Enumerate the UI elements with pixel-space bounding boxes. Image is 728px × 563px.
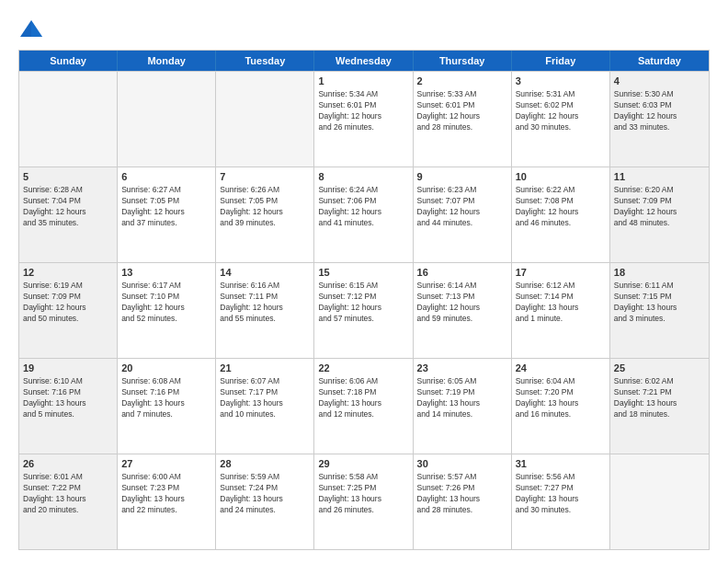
cell-day-number: 7 bbox=[220, 170, 310, 184]
cell-day-number: 23 bbox=[417, 362, 507, 375]
cell-day-number: 31 bbox=[516, 457, 606, 471]
cell-day-number: 4 bbox=[614, 75, 705, 88]
cell-info: Sunrise: 5:30 AM Sunset: 6:03 PM Dayligh… bbox=[614, 89, 705, 133]
cell-info: Sunrise: 6:27 AM Sunset: 7:05 PM Dayligh… bbox=[121, 185, 211, 229]
cell-info: Sunrise: 5:57 AM Sunset: 7:26 PM Dayligh… bbox=[417, 472, 507, 516]
header bbox=[18, 17, 710, 42]
calendar-cell: 7Sunrise: 6:26 AM Sunset: 7:05 PM Daylig… bbox=[216, 167, 314, 262]
cell-day-number: 15 bbox=[318, 266, 408, 280]
calendar-cell: 6Sunrise: 6:27 AM Sunset: 7:05 PM Daylig… bbox=[118, 167, 216, 262]
cell-info: Sunrise: 6:04 AM Sunset: 7:20 PM Dayligh… bbox=[516, 376, 606, 420]
cell-day-number: 25 bbox=[614, 362, 705, 375]
cell-day-number: 17 bbox=[516, 266, 606, 280]
cell-info: Sunrise: 6:28 AM Sunset: 7:04 PM Dayligh… bbox=[23, 185, 113, 229]
calendar-cell: 23Sunrise: 6:05 AM Sunset: 7:19 PM Dayli… bbox=[414, 359, 512, 454]
cell-day-number: 11 bbox=[614, 170, 705, 184]
calendar-header-cell: Tuesday bbox=[216, 51, 314, 71]
calendar-cell: 12Sunrise: 6:19 AM Sunset: 7:09 PM Dayli… bbox=[19, 263, 118, 358]
cell-day-number: 21 bbox=[220, 362, 310, 375]
calendar-cell: 2Sunrise: 5:33 AM Sunset: 6:01 PM Daylig… bbox=[414, 72, 512, 167]
calendar-header-cell: Saturday bbox=[610, 51, 709, 71]
cell-day-number: 30 bbox=[417, 457, 507, 471]
calendar-cell: 16Sunrise: 6:14 AM Sunset: 7:13 PM Dayli… bbox=[414, 263, 512, 358]
cell-day-number: 20 bbox=[121, 362, 211, 375]
cell-day-number: 5 bbox=[23, 170, 113, 184]
cell-info: Sunrise: 6:06 AM Sunset: 7:18 PM Dayligh… bbox=[318, 376, 408, 420]
calendar-cell: 27Sunrise: 6:00 AM Sunset: 7:23 PM Dayli… bbox=[118, 454, 216, 549]
cell-info: Sunrise: 6:00 AM Sunset: 7:23 PM Dayligh… bbox=[121, 472, 211, 516]
cell-info: Sunrise: 6:15 AM Sunset: 7:12 PM Dayligh… bbox=[318, 281, 408, 325]
calendar-cell bbox=[19, 72, 118, 167]
cell-info: Sunrise: 6:26 AM Sunset: 7:05 PM Dayligh… bbox=[220, 185, 310, 229]
calendar-header: SundayMondayTuesdayWednesdayThursdayFrid… bbox=[19, 51, 709, 71]
cell-day-number: 18 bbox=[614, 266, 705, 280]
cell-info: Sunrise: 6:16 AM Sunset: 7:11 PM Dayligh… bbox=[220, 281, 310, 325]
calendar-row: 5Sunrise: 6:28 AM Sunset: 7:04 PM Daylig… bbox=[19, 167, 709, 262]
cell-day-number: 28 bbox=[220, 457, 310, 471]
page: SundayMondayTuesdayWednesdayThursdayFrid… bbox=[0, 0, 728, 563]
calendar-body: 1Sunrise: 5:34 AM Sunset: 6:01 PM Daylig… bbox=[19, 71, 709, 549]
cell-day-number: 12 bbox=[23, 266, 113, 280]
calendar-cell: 31Sunrise: 5:56 AM Sunset: 7:27 PM Dayli… bbox=[512, 454, 610, 549]
calendar-cell: 22Sunrise: 6:06 AM Sunset: 7:18 PM Dayli… bbox=[314, 359, 413, 454]
cell-info: Sunrise: 6:14 AM Sunset: 7:13 PM Dayligh… bbox=[417, 281, 507, 325]
calendar-cell: 10Sunrise: 6:22 AM Sunset: 7:08 PM Dayli… bbox=[512, 167, 610, 262]
cell-info: Sunrise: 5:59 AM Sunset: 7:24 PM Dayligh… bbox=[220, 472, 310, 516]
cell-day-number: 19 bbox=[23, 362, 113, 375]
calendar-cell: 1Sunrise: 5:34 AM Sunset: 6:01 PM Daylig… bbox=[314, 72, 413, 167]
cell-info: Sunrise: 6:17 AM Sunset: 7:10 PM Dayligh… bbox=[121, 281, 211, 325]
cell-info: Sunrise: 6:01 AM Sunset: 7:22 PM Dayligh… bbox=[23, 472, 113, 516]
calendar-cell: 26Sunrise: 6:01 AM Sunset: 7:22 PM Dayli… bbox=[19, 454, 118, 549]
cell-info: Sunrise: 6:22 AM Sunset: 7:08 PM Dayligh… bbox=[516, 185, 606, 229]
calendar-cell: 13Sunrise: 6:17 AM Sunset: 7:10 PM Dayli… bbox=[118, 263, 216, 358]
calendar-cell: 28Sunrise: 5:59 AM Sunset: 7:24 PM Dayli… bbox=[216, 454, 314, 549]
calendar-row: 12Sunrise: 6:19 AM Sunset: 7:09 PM Dayli… bbox=[19, 262, 709, 358]
logo bbox=[18, 17, 48, 42]
cell-day-number: 22 bbox=[318, 362, 408, 375]
calendar-cell bbox=[216, 72, 314, 167]
cell-day-number: 6 bbox=[121, 170, 211, 184]
cell-info: Sunrise: 6:24 AM Sunset: 7:06 PM Dayligh… bbox=[318, 185, 408, 229]
calendar-row: 26Sunrise: 6:01 AM Sunset: 7:22 PM Dayli… bbox=[19, 454, 709, 549]
calendar-cell: 29Sunrise: 5:58 AM Sunset: 7:25 PM Dayli… bbox=[314, 454, 413, 549]
cell-day-number: 10 bbox=[516, 170, 606, 184]
calendar-cell: 14Sunrise: 6:16 AM Sunset: 7:11 PM Dayli… bbox=[216, 263, 314, 358]
cell-info: Sunrise: 6:07 AM Sunset: 7:17 PM Dayligh… bbox=[220, 376, 310, 420]
calendar-cell: 11Sunrise: 6:20 AM Sunset: 7:09 PM Dayli… bbox=[610, 167, 709, 262]
cell-day-number: 26 bbox=[23, 457, 113, 471]
calendar-header-cell: Sunday bbox=[19, 51, 118, 71]
calendar-cell: 18Sunrise: 6:11 AM Sunset: 7:15 PM Dayli… bbox=[610, 263, 709, 358]
cell-info: Sunrise: 5:33 AM Sunset: 6:01 PM Dayligh… bbox=[417, 89, 507, 133]
cell-info: Sunrise: 6:19 AM Sunset: 7:09 PM Dayligh… bbox=[23, 281, 113, 325]
calendar-cell: 9Sunrise: 6:23 AM Sunset: 7:07 PM Daylig… bbox=[414, 167, 512, 262]
calendar-cell bbox=[118, 72, 216, 167]
cell-day-number: 16 bbox=[417, 266, 507, 280]
calendar-header-cell: Friday bbox=[512, 51, 610, 71]
calendar-row: 19Sunrise: 6:10 AM Sunset: 7:16 PM Dayli… bbox=[19, 358, 709, 454]
cell-day-number: 14 bbox=[220, 266, 310, 280]
cell-info: Sunrise: 6:12 AM Sunset: 7:14 PM Dayligh… bbox=[516, 281, 606, 325]
cell-info: Sunrise: 6:23 AM Sunset: 7:07 PM Dayligh… bbox=[417, 185, 507, 229]
cell-day-number: 24 bbox=[516, 362, 606, 375]
cell-day-number: 2 bbox=[417, 75, 507, 88]
cell-day-number: 1 bbox=[318, 75, 408, 88]
calendar-cell: 5Sunrise: 6:28 AM Sunset: 7:04 PM Daylig… bbox=[19, 167, 118, 262]
cell-info: Sunrise: 6:10 AM Sunset: 7:16 PM Dayligh… bbox=[23, 376, 113, 420]
cell-info: Sunrise: 5:34 AM Sunset: 6:01 PM Dayligh… bbox=[318, 89, 408, 133]
cell-info: Sunrise: 6:20 AM Sunset: 7:09 PM Dayligh… bbox=[614, 185, 705, 229]
cell-day-number: 29 bbox=[318, 457, 408, 471]
calendar-cell: 19Sunrise: 6:10 AM Sunset: 7:16 PM Dayli… bbox=[19, 359, 118, 454]
cell-info: Sunrise: 5:58 AM Sunset: 7:25 PM Dayligh… bbox=[318, 472, 408, 516]
cell-info: Sunrise: 6:02 AM Sunset: 7:21 PM Dayligh… bbox=[614, 376, 705, 420]
cell-day-number: 8 bbox=[318, 170, 408, 184]
calendar-cell: 4Sunrise: 5:30 AM Sunset: 6:03 PM Daylig… bbox=[610, 72, 709, 167]
logo-icon bbox=[18, 17, 44, 42]
calendar-cell: 24Sunrise: 6:04 AM Sunset: 7:20 PM Dayli… bbox=[512, 359, 610, 454]
calendar-cell: 8Sunrise: 6:24 AM Sunset: 7:06 PM Daylig… bbox=[314, 167, 413, 262]
cell-day-number: 3 bbox=[516, 75, 606, 88]
svg-marker-1 bbox=[31, 20, 42, 37]
cell-info: Sunrise: 5:31 AM Sunset: 6:02 PM Dayligh… bbox=[516, 89, 606, 133]
calendar-header-cell: Wednesday bbox=[314, 51, 413, 71]
calendar-row: 1Sunrise: 5:34 AM Sunset: 6:01 PM Daylig… bbox=[19, 71, 709, 167]
cell-info: Sunrise: 6:05 AM Sunset: 7:19 PM Dayligh… bbox=[417, 376, 507, 420]
